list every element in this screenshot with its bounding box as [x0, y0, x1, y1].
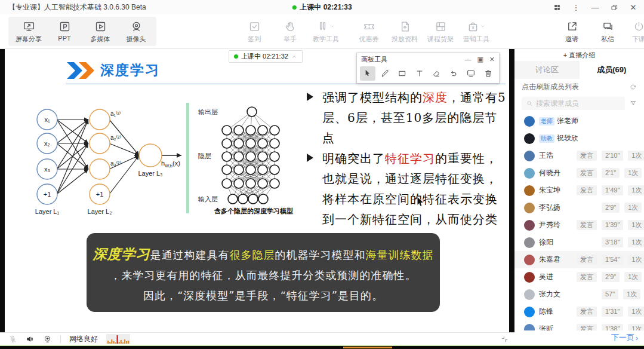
marketing-tools-icon: ¥: [467, 20, 479, 33]
speak-time-chip: 3'18": [602, 237, 623, 247]
dm-label: 私信: [601, 35, 614, 44]
filter-funnel-icon[interactable]: [630, 100, 637, 107]
board-tool-pen[interactable]: [377, 66, 393, 81]
microphone-muted-icon[interactable]: [8, 335, 17, 344]
undo-tool-icon: [449, 69, 458, 78]
checkin-icon: [248, 20, 261, 33]
board-tool-rect[interactable]: [395, 66, 410, 81]
svg-text:a₂⁽²⁾: a₂⁽²⁾: [110, 134, 121, 141]
bullet-list: 强调了模型结构的深度，通常有5层、6层，甚至10多层的隐层节点明确突出了特征学习…: [307, 87, 510, 250]
next-page-link[interactable]: 下一页 ›: [611, 332, 638, 343]
toolbar-camera-button[interactable]: 摄像头: [121, 19, 152, 44]
bottom-bar: 网络良好: [0, 332, 514, 345]
slide-stage: 深度学习 上课中 02:21:32 画板工具 — ▣ ✕: [0, 49, 514, 332]
member-row[interactable]: 张力文57"1次: [514, 286, 644, 303]
member-row[interactable]: 王浩发言2'10"1次: [514, 147, 644, 164]
collapse-handle-icon[interactable]: [501, 335, 509, 343]
speak-chip[interactable]: 发言: [577, 255, 597, 265]
end-class-icon: [633, 20, 644, 33]
toolbar-ppt-button[interactable]: PPT: [49, 19, 80, 42]
svg-text:x₂: x₂: [44, 140, 50, 147]
refresh-icon[interactable]: [629, 83, 637, 91]
toolbar-coupon-button[interactable]: 优惠券: [353, 19, 384, 44]
webcam-icon[interactable]: [43, 335, 52, 344]
speak-chip[interactable]: 发言: [577, 168, 597, 178]
toolbar-raise-hand-button[interactable]: 举手: [275, 19, 306, 44]
text-segment: 强调了模型结构的: [322, 90, 423, 105]
panel-close-icon[interactable]: ✕: [489, 56, 495, 63]
toolbar-checkin-button[interactable]: 签到: [239, 19, 270, 44]
taskbar-strip: [0, 345, 644, 349]
speak-chip[interactable]: 发言: [577, 324, 597, 330]
member-stats: 发言2'9"1次: [577, 268, 642, 286]
panel-minimize-icon[interactable]: —: [464, 56, 471, 63]
screen-share-icon: [23, 20, 35, 33]
board-tool-board[interactable]: [463, 66, 479, 81]
tab-discussion[interactable]: 讨论区: [514, 61, 580, 79]
toolbar-shelf-button[interactable]: 课程货架: [425, 19, 456, 44]
member-row[interactable]: 助教祝轶欣: [514, 130, 644, 147]
speak-chip[interactable]: 发言: [577, 307, 597, 317]
toolbar-group-social: 邀请私信: [556, 19, 623, 44]
text-segment: 明确突出了: [322, 151, 385, 166]
materials-icon: [399, 20, 411, 33]
member-row[interactable]: 老师张老师: [514, 112, 644, 130]
board-tool-eraser[interactable]: [429, 66, 445, 81]
raise-hand-icon: [284, 20, 297, 33]
restore-icon[interactable]: [609, 2, 619, 12]
member-row[interactable]: 李弘扬2'9"1次: [514, 199, 644, 216]
ppt-label: PPT: [58, 35, 70, 42]
board-tool-undo[interactable]: [446, 66, 461, 81]
panel-maximize-icon[interactable]: ▣: [477, 56, 483, 63]
close-icon[interactable]: ✕: [628, 2, 638, 12]
svg-text:输入层: 输入层: [198, 195, 218, 203]
avatar: [524, 237, 535, 248]
member-row[interactable]: 张昕发言1'38"1次: [514, 320, 644, 330]
layout-grid-icon[interactable]: [552, 2, 562, 12]
more-menu-icon[interactable]: ⋮: [571, 2, 581, 12]
board-tool-select[interactable]: [360, 66, 375, 81]
toolbar-end-class-button[interactable]: 下课: [623, 19, 644, 44]
live-intro-button[interactable]: + 直播介绍: [514, 49, 644, 61]
member-row[interactable]: 徐阳3'18"1次: [514, 234, 644, 251]
member-row[interactable]: 朱宝坤发言1'49"1次: [514, 182, 644, 199]
member-name: 朱嘉君: [539, 255, 560, 265]
chevron-up-icon[interactable]: [291, 54, 297, 60]
speak-time-chip: 1'31": [602, 307, 623, 317]
teach-tools-label: 教学工具: [313, 35, 339, 44]
svg-text:Layer L₂: Layer L₂: [88, 208, 112, 215]
toolbar-teach-tools-button[interactable]: 教学工具: [310, 19, 341, 44]
board-tool-text[interactable]: [412, 66, 427, 81]
minimize-icon[interactable]: —: [590, 2, 600, 12]
board-tool-trash[interactable]: [480, 66, 496, 81]
invite-icon: [566, 20, 578, 33]
member-row[interactable]: 何晓丹发言2'1"1次: [514, 164, 644, 182]
toolbar-screen-share-button[interactable]: 屏幕分享: [13, 19, 44, 44]
member-row[interactable]: 吴进发言2'9"1次: [514, 268, 644, 286]
chevron-right-icon: ›: [636, 333, 638, 342]
tab-members[interactable]: 成员(69): [580, 61, 644, 79]
avatar: [524, 151, 535, 161]
toolbar-dm-button[interactable]: 私信: [592, 19, 623, 44]
deep-network-diagram: 输出层隐层输入层含多个隐层的深度学习模型: [192, 94, 309, 221]
speak-chip[interactable]: 发言: [577, 272, 597, 282]
speak-count-chip: 1次: [624, 168, 642, 178]
speak-chip[interactable]: 发言: [577, 185, 597, 195]
member-row[interactable]: 陈锋发言1'31"1次: [514, 303, 644, 320]
eraser-tool-icon: [432, 69, 441, 78]
end-class-label: 下课: [632, 35, 644, 44]
floating-timer[interactable]: 上课中 02:21:32: [229, 50, 303, 63]
toolbar-invite-button[interactable]: 邀请: [556, 19, 587, 44]
member-row[interactable]: 朱嘉君发言1'54"1次: [514, 251, 644, 268]
speak-chip[interactable]: 发言: [577, 151, 597, 161]
speak-chip[interactable]: 发言: [577, 220, 597, 230]
role-badge: 老师: [539, 117, 554, 125]
toolbar-materials-button[interactable]: 投放资料: [389, 19, 420, 44]
toolbar-media-button[interactable]: 多媒体: [85, 19, 116, 44]
member-row[interactable]: 尹秀玲发言1'39"1次: [514, 216, 644, 234]
toolbar-marketing-tools-button[interactable]: ¥营销工具: [461, 19, 492, 44]
teach-tools-icon: [316, 20, 329, 33]
member-search-input[interactable]: [536, 99, 621, 108]
text-segment: 的重要性，也就是说，通过逐层特征变换，将样本在原空间的特征表示变换到一个新特征空…: [322, 151, 498, 247]
speaker-icon[interactable]: [26, 335, 35, 344]
